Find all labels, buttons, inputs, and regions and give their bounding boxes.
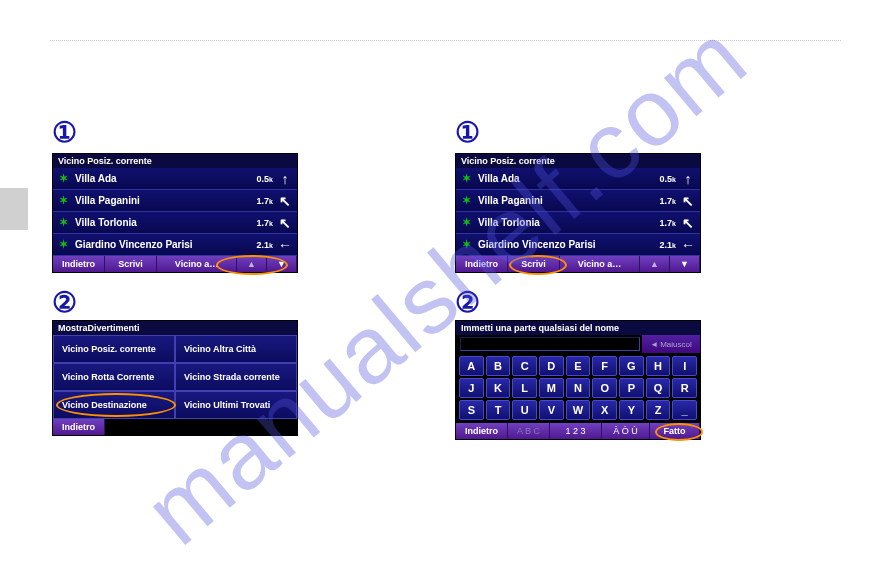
poi-name: Giardino Vincenzo Parisi [75,239,245,250]
direction-arrow-icon: ← [277,237,293,253]
scroll-up-button[interactable]: ▲ [237,256,267,272]
key-n[interactable]: N [566,378,591,398]
text-input[interactable] [460,337,640,351]
option-near-current-route[interactable]: Vicino Rotta Corrente [53,363,175,391]
key-k[interactable]: K [486,378,511,398]
caps-label: Maiuscol [660,340,692,349]
back-button[interactable]: Indietro [53,419,105,435]
key-d[interactable]: D [539,356,564,376]
key-p[interactable]: P [619,378,644,398]
key-q[interactable]: Q [646,378,671,398]
screen-title: Vicino Posiz. corrente [53,154,297,168]
option-near-current-road[interactable]: Vicino Strada corrente [175,363,297,391]
write-button[interactable]: Scrivi [508,256,560,272]
near-button[interactable]: Vicino a… [157,256,237,272]
done-button[interactable]: Fatto [650,423,700,439]
keyboard-screen: Immetti una parte qualsiasi del nome ◄ M… [455,320,701,440]
tree-icon: ✶ [57,172,69,186]
option-near-current-position[interactable]: Vicino Posiz. corrente [53,335,175,363]
key-w[interactable]: W [566,400,591,420]
key-b[interactable]: B [486,356,511,376]
key-o[interactable]: O [592,378,617,398]
direction-arrow-icon: ↖ [680,193,696,209]
key-u[interactable]: U [512,400,537,420]
poi-name: Villa Paganini [75,195,245,206]
option-near-recent-finds[interactable]: Vicino Ultimi Trovati [175,391,297,419]
tree-icon: ✶ [57,216,69,230]
direction-arrow-icon: ↖ [277,215,293,231]
numeric-mode-button[interactable]: 1 2 3 [550,423,602,439]
list-item[interactable]: ✶ Villa Torlonia 1.7k ↖ [456,212,700,234]
caps-toggle[interactable]: ◄ Maiuscol [642,335,700,353]
list-screen-near: Vicino Posiz. corrente ✶ Villa Ada 0.5k … [52,153,298,273]
footer-spacer [105,419,297,435]
list-item[interactable]: ✶ Villa Paganini 1.7k ↖ [53,190,297,212]
list-item[interactable]: ✶ Villa Ada 0.5k ↑ [456,168,700,190]
keyboard-grid: A B C D E F G H I J K L M N O P Q R S T … [456,353,700,423]
poi-name: Villa Ada [478,173,648,184]
key-x[interactable]: X [592,400,617,420]
screen-title: Immetti una parte qualsiasi del nome [456,321,700,335]
key-r[interactable]: R [672,378,697,398]
poi-distance: 1.7k [648,218,676,228]
screen-title: Vicino Posiz. corrente [456,154,700,168]
poi-distance: 1.7k [245,196,273,206]
key-c[interactable]: C [512,356,537,376]
scroll-up-button[interactable]: ▲ [640,256,670,272]
tree-icon: ✶ [460,194,472,208]
accent-mode-button[interactable]: À Ò Ù [602,423,650,439]
key-e[interactable]: E [566,356,591,376]
key-space[interactable]: _ [672,400,697,420]
poi-name: Villa Torlonia [75,217,245,228]
step-badge-1: ① [455,120,479,144]
option-near-destination[interactable]: Vicino Destinazione [53,391,175,419]
option-near-other-city[interactable]: Vicino Altra Città [175,335,297,363]
poi-distance: 1.7k [245,218,273,228]
tree-icon: ✶ [460,172,472,186]
key-m[interactable]: M [539,378,564,398]
near-button[interactable]: Vicino a… [560,256,640,272]
key-s[interactable]: S [459,400,484,420]
top-divider [50,40,841,41]
back-button[interactable]: Indietro [456,256,508,272]
direction-arrow-icon: ↖ [680,215,696,231]
step-badge-2: ② [52,290,76,314]
key-g[interactable]: G [619,356,644,376]
screen-title: MostraDivertimenti [53,321,297,335]
key-z[interactable]: Z [646,400,671,420]
key-a[interactable]: A [459,356,484,376]
back-button[interactable]: Indietro [53,256,105,272]
key-v[interactable]: V [539,400,564,420]
list-item[interactable]: ✶ Giardino Vincenzo Parisi 2.1k ← [456,234,700,256]
list-item[interactable]: ✶ Villa Paganini 1.7k ↖ [456,190,700,212]
scroll-down-button[interactable]: ▼ [670,256,700,272]
key-y[interactable]: Y [619,400,644,420]
key-t[interactable]: T [486,400,511,420]
tree-icon: ✶ [57,194,69,208]
key-i[interactable]: I [672,356,697,376]
direction-arrow-icon: ↑ [277,171,293,187]
key-h[interactable]: H [646,356,671,376]
abc-mode-button[interactable]: A B C [508,423,550,439]
options-screen: MostraDivertimenti Vicino Posiz. corrent… [52,320,298,436]
page-side-tab [0,188,28,230]
poi-name: Villa Ada [75,173,245,184]
caps-arrow-icon: ◄ [650,340,658,349]
poi-distance: 0.5k [245,174,273,184]
list-item[interactable]: ✶ Villa Ada 0.5k ↑ [53,168,297,190]
poi-distance: 2.1k [648,240,676,250]
list-item[interactable]: ✶ Giardino Vincenzo Parisi 2.1k ← [53,234,297,256]
key-f[interactable]: F [592,356,617,376]
poi-name: Villa Torlonia [478,217,648,228]
poi-distance: 2.1k [245,240,273,250]
back-button[interactable]: Indietro [456,423,508,439]
scroll-down-button[interactable]: ▼ [267,256,297,272]
list-item[interactable]: ✶ Villa Torlonia 1.7k ↖ [53,212,297,234]
poi-distance: 1.7k [648,196,676,206]
write-button[interactable]: Scrivi [105,256,157,272]
watermark: manualshelf.com [124,1,767,565]
step-badge-1: ① [52,120,76,144]
key-j[interactable]: J [459,378,484,398]
key-l[interactable]: L [512,378,537,398]
step-badge-2: ② [455,290,479,314]
